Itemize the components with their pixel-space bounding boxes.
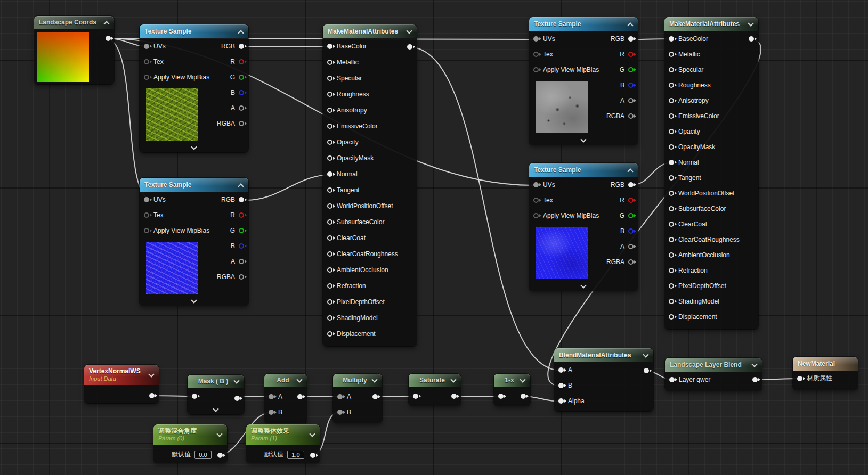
input-pin[interactable] xyxy=(327,267,332,273)
node-header[interactable]: NewMaterial xyxy=(793,357,858,371)
chevron-up-icon[interactable] xyxy=(238,182,244,187)
node-header[interactable]: Texture Sample xyxy=(140,178,248,192)
chevron-down-icon[interactable] xyxy=(407,29,412,34)
output-pin[interactable] xyxy=(239,228,244,233)
node-make-material-attributes-1[interactable]: MakeMaterialAttributes BaseColor Metalli… xyxy=(323,24,417,346)
node-multiply[interactable]: Multiply A B xyxy=(333,374,382,423)
chevron-down-icon[interactable] xyxy=(191,298,197,304)
chevron-down-icon[interactable] xyxy=(234,379,239,384)
input-pin[interactable] xyxy=(337,410,343,415)
input-pin[interactable] xyxy=(669,175,674,181)
input-pin[interactable] xyxy=(327,92,332,97)
node-header[interactable]: 调整混合角度 Param (0) xyxy=(153,424,227,445)
output-pin[interactable] xyxy=(239,121,244,126)
input-pin[interactable] xyxy=(533,182,539,187)
input-pin[interactable] xyxy=(327,60,332,65)
input-pin[interactable] xyxy=(269,410,274,415)
output-pin[interactable] xyxy=(239,59,244,64)
input-pin[interactable] xyxy=(533,52,539,57)
node-new-material[interactable]: NewMaterial 材质属性 xyxy=(793,357,858,390)
output-pin[interactable] xyxy=(407,44,412,50)
chevron-down-icon[interactable] xyxy=(451,378,456,383)
input-pin[interactable] xyxy=(327,331,332,337)
chevron-down-icon[interactable] xyxy=(643,353,648,358)
input-pin[interactable] xyxy=(327,315,332,321)
input-pin[interactable] xyxy=(669,98,674,103)
node-texture-sample-grass[interactable]: Texture Sample UVs Tex Apply View MipBia… xyxy=(140,24,248,152)
default-value-input[interactable]: 1.0 xyxy=(287,451,304,459)
node-header[interactable]: Landscape Coords xyxy=(34,16,114,29)
output-pin[interactable] xyxy=(239,197,244,202)
node-header[interactable]: Texture Sample xyxy=(529,163,638,177)
chevron-down-icon[interactable] xyxy=(297,378,302,383)
output-pin[interactable] xyxy=(628,67,634,72)
input-pin[interactable] xyxy=(669,377,675,382)
node-header[interactable]: Multiply xyxy=(333,374,382,387)
output-pin[interactable] xyxy=(628,213,634,218)
node-header[interactable]: Add xyxy=(264,374,307,387)
input-pin[interactable] xyxy=(669,252,674,258)
node-header[interactable]: Texture Sample xyxy=(529,17,638,31)
input-pin[interactable] xyxy=(533,36,539,42)
input-pin[interactable] xyxy=(327,203,332,209)
node-param-1[interactable]: 调整整体效果 Param (1) 默认值 1.0 xyxy=(246,424,320,463)
node-header[interactable]: Mask ( B ) xyxy=(188,375,244,388)
output-pin[interactable] xyxy=(297,394,303,399)
wire-grassnormal-rgb-to-mma1-normal[interactable] xyxy=(246,175,331,200)
node-landscape-coords[interactable]: Landscape Coords xyxy=(34,16,114,84)
input-pin[interactable] xyxy=(669,268,674,273)
input-pin[interactable] xyxy=(337,394,343,399)
input-pin[interactable] xyxy=(327,187,332,193)
input-pin[interactable] xyxy=(327,171,332,177)
node-header[interactable]: MakeMaterialAttributes xyxy=(323,24,417,38)
chevron-down-icon[interactable] xyxy=(581,137,586,143)
chevron-down-icon[interactable] xyxy=(217,432,222,437)
input-pin[interactable] xyxy=(669,113,674,119)
input-pin[interactable] xyxy=(669,191,674,196)
output-pin[interactable] xyxy=(628,98,634,103)
input-pin[interactable] xyxy=(558,398,564,404)
node-header[interactable]: VertexNormalWS Input Data xyxy=(84,365,159,385)
output-pin[interactable] xyxy=(239,75,244,80)
input-pin[interactable] xyxy=(669,36,674,42)
output-pin[interactable] xyxy=(628,244,634,249)
input-pin[interactable] xyxy=(669,222,674,227)
input-pin[interactable] xyxy=(669,144,674,150)
chevron-down-icon[interactable] xyxy=(748,21,753,27)
input-pin[interactable] xyxy=(669,206,674,211)
input-pin[interactable] xyxy=(669,160,674,165)
chevron-down-icon[interactable] xyxy=(581,283,586,289)
output-pin[interactable] xyxy=(752,377,758,382)
node-param-0[interactable]: 调整混合角度 Param (0) 默认值 0.0 xyxy=(153,424,227,463)
input-pin[interactable] xyxy=(144,228,149,233)
input-pin[interactable] xyxy=(533,198,539,203)
output-pin[interactable] xyxy=(644,368,649,373)
input-pin[interactable] xyxy=(413,394,418,399)
output-pin[interactable] xyxy=(217,453,223,458)
input-pin[interactable] xyxy=(327,44,332,49)
input-pin[interactable] xyxy=(327,283,332,289)
input-pin[interactable] xyxy=(327,124,332,129)
chevron-up-icon[interactable] xyxy=(104,20,109,25)
input-pin[interactable] xyxy=(144,44,149,49)
input-pin[interactable] xyxy=(327,155,332,161)
node-vertex-normal-ws[interactable]: VertexNormalWS Input Data xyxy=(84,365,159,403)
output-pin[interactable] xyxy=(451,394,457,399)
node-add[interactable]: Add A B xyxy=(264,374,307,423)
node-landscape-layer-blend[interactable]: Landscape Layer Blend Layer qwer xyxy=(665,358,762,391)
input-pin[interactable] xyxy=(498,394,504,399)
output-pin[interactable] xyxy=(628,182,634,187)
input-pin[interactable] xyxy=(327,219,332,225)
input-pin[interactable] xyxy=(669,129,674,134)
default-value-input[interactable]: 0.0 xyxy=(194,451,212,459)
input-pin[interactable] xyxy=(327,76,332,81)
node-header[interactable]: Saturate xyxy=(409,374,461,387)
chevron-down-icon[interactable] xyxy=(520,378,525,383)
node-header[interactable]: Texture Sample xyxy=(140,24,248,38)
input-pin[interactable] xyxy=(669,67,674,72)
output-pin[interactable] xyxy=(372,394,378,399)
output-pin[interactable] xyxy=(628,259,634,265)
input-pin[interactable] xyxy=(192,394,197,399)
input-pin[interactable] xyxy=(533,213,539,218)
output-pin[interactable] xyxy=(106,36,111,41)
